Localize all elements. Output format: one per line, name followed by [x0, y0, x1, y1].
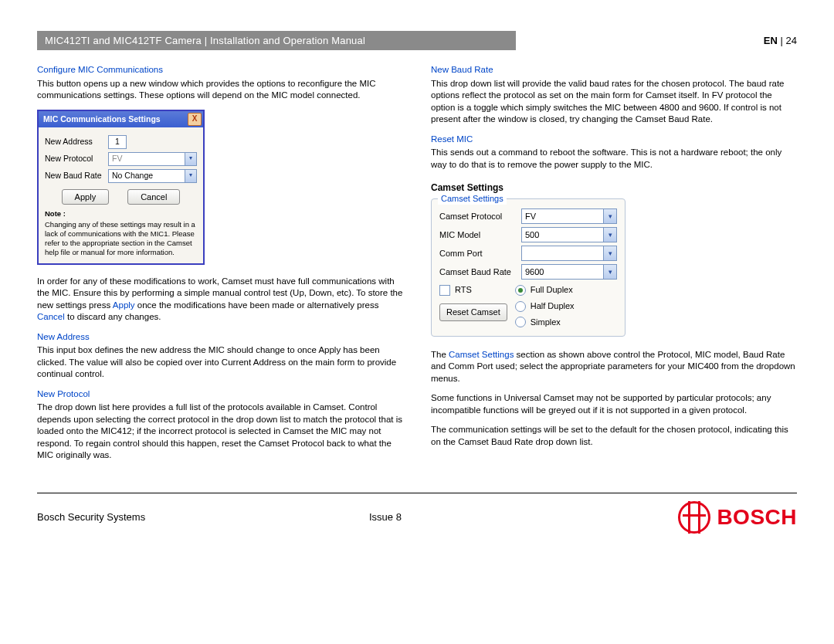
bosch-logo-icon: [678, 501, 710, 534]
apply-button[interactable]: Apply: [62, 189, 110, 205]
footer: Bosch Security Systems Issue 8 BOSCH: [37, 501, 797, 534]
chevron-down-icon[interactable]: ▾: [603, 209, 616, 223]
camset-baud-select[interactable]: 9600▾: [521, 264, 617, 280]
camset-protocol-label: Camset Protocol: [439, 211, 521, 222]
para-new-protocol: The drop down list here provides a full …: [37, 402, 403, 462]
rts-label: RTS: [455, 284, 472, 296]
footer-separator: [37, 493, 797, 493]
mic-model-select[interactable]: 500▾: [521, 227, 617, 242]
page-number: EN | 24: [764, 35, 797, 46]
footer-company: Bosch Security Systems: [37, 511, 369, 523]
chevron-down-icon[interactable]: ▾: [603, 246, 616, 260]
heading-new-address: New Address: [37, 331, 403, 344]
camset-baud-label: Camset Baud Rate: [439, 266, 521, 278]
comm-port-select[interactable]: ▾: [521, 246, 617, 261]
groupbox-title: Camset Settings: [438, 193, 507, 205]
heading-new-baud: New Baud Rate: [431, 64, 797, 76]
dialog-note: Note : Changing any of these settings ma…: [45, 209, 197, 256]
chevron-down-icon[interactable]: ▾: [185, 153, 196, 165]
new-protocol-select[interactable]: FV▾: [108, 152, 197, 166]
para-configure: This button opens up a new window which …: [37, 78, 403, 102]
reset-camset-button[interactable]: Reset Camset: [439, 303, 507, 321]
bosch-logo: BOSCH: [678, 501, 797, 534]
comm-port-label: Comm Port: [439, 248, 521, 259]
para-camset-1: The Camset Settings section as shown abo…: [431, 349, 797, 385]
camset-protocol-select[interactable]: FV▾: [521, 208, 617, 224]
header-bar: MIC412TI and MIC412TF Camera | Installat…: [37, 31, 797, 50]
page-title: MIC412TI and MIC412TF Camera | Installat…: [37, 31, 516, 50]
duplex-radio-full[interactable]: Full Duplex: [515, 284, 575, 296]
footer-issue: Issue 8: [369, 511, 678, 523]
para-camset-3: The communication settings will be set t…: [431, 424, 797, 448]
bosch-logo-text: BOSCH: [717, 505, 797, 530]
heading-configure-mic: Configure MIC Communications: [37, 64, 403, 76]
radio-icon[interactable]: [515, 317, 526, 327]
left-column: Configure MIC Communications This button…: [37, 56, 403, 469]
rts-checkbox[interactable]: RTS: [439, 284, 507, 296]
right-column: New Baud Rate This drop down list will p…: [431, 56, 797, 469]
new-baud-label: New Baud Rate: [45, 170, 108, 181]
radio-icon[interactable]: [515, 285, 526, 296]
dialog-titlebar: MIC Communications Settings X: [39, 111, 203, 127]
para-modifications: In order for any of these modifications …: [37, 276, 403, 324]
radio-icon[interactable]: [515, 301, 526, 312]
para-new-address: This input box defines the new address t…: [37, 344, 403, 381]
checkbox-icon[interactable]: [439, 285, 450, 296]
mic-comm-settings-dialog: MIC Communications Settings X New Addres…: [37, 110, 205, 265]
heading-new-protocol: New Protocol: [37, 388, 403, 401]
camset-settings-groupbox: Camset Settings Camset Protocol FV▾ MIC …: [431, 198, 626, 337]
new-protocol-label: New Protocol: [45, 153, 108, 164]
chevron-down-icon[interactable]: ▾: [185, 170, 196, 182]
apply-link: Apply: [113, 300, 135, 310]
duplex-radio-simplex[interactable]: Simplex: [515, 317, 575, 328]
new-address-input[interactable]: 1: [108, 135, 127, 149]
camset-settings-link: Camset Settings: [449, 350, 514, 359]
cancel-link: Cancel: [37, 312, 65, 321]
new-address-label: New Address: [45, 136, 108, 147]
para-camset-2: Some functions in Universal Camset may n…: [431, 392, 797, 416]
close-icon[interactable]: X: [188, 113, 202, 126]
heading-camset-settings: Camset Settings: [431, 181, 797, 194]
chevron-down-icon[interactable]: ▾: [603, 228, 616, 242]
heading-reset-mic: Reset MIC: [431, 134, 797, 146]
para-reset-mic: This sends out a command to reboot the s…: [431, 147, 797, 171]
mic-model-label: MIC Model: [439, 229, 521, 241]
chevron-down-icon[interactable]: ▾: [603, 265, 616, 279]
para-new-baud: This drop down list will provide the val…: [431, 78, 797, 126]
duplex-radio-half[interactable]: Half Duplex: [515, 300, 575, 312]
dialog-title-text: MIC Communications Settings: [43, 114, 161, 124]
new-baud-select[interactable]: No Change▾: [108, 169, 197, 183]
cancel-button[interactable]: Cancel: [127, 189, 180, 205]
